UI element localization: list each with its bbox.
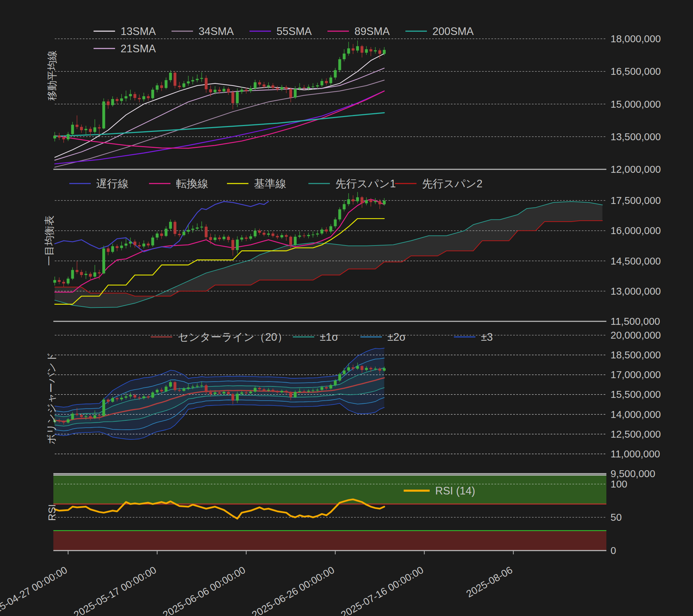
x-axis-label: 2025-07-16 00:00:00 [339,564,425,616]
legend-label: 89SMA [354,25,390,37]
rsi-overbought-zone [53,475,606,504]
candle-up [365,368,368,370]
candle-up [200,227,203,227]
legend-item: 55SMA [249,25,312,37]
candle-up [236,394,239,401]
candle-down [285,391,288,392]
candle-down [303,235,306,236]
candle-down [231,92,234,103]
legend-label: ±1σ [320,331,338,343]
candle-down [116,398,119,399]
legend-item: センターライン（20） [151,331,288,343]
candle-up [249,236,252,239]
legend-label: 200SMA [432,25,474,37]
candle-down [325,387,328,389]
y-axis-label: 16,000,000 [611,225,661,236]
candle-down [107,248,109,252]
candle-down [258,231,261,233]
candle-down [62,137,65,139]
candle-down [138,398,141,398]
candle-down [245,90,247,91]
candle-down [76,125,78,127]
candle-up [142,396,145,398]
panel-moving-averages: 13SMA34SMA55SMA89SMA200SMA21SMA [53,25,606,167]
candle-down [138,245,141,246]
candle-up [374,50,377,51]
legend-item: 21SMA [94,43,156,55]
candle-up [125,96,128,98]
candle-up [280,391,283,392]
candle-down [369,368,372,369]
legend-item: 34SMA [172,25,234,37]
legend-item: 89SMA [327,25,390,37]
candle-up [102,400,105,416]
candle-down [58,280,61,282]
legend-label: 55SMA [277,25,312,37]
legend-label: ±3 [481,331,493,343]
candle-up [151,392,154,398]
y-axis-label: 17,500,000 [611,195,661,206]
candle-up [214,238,217,240]
candle-up [240,392,243,394]
candle-up [169,382,172,387]
candle-up [191,80,194,81]
candle-up [236,92,239,103]
candle-down [361,366,363,370]
legend-label: 先行スパン1 [335,178,396,190]
x-axis-label: 2025-05-17 00:00:00 [72,564,158,616]
candle-up [312,234,314,235]
candle-down [378,50,381,54]
candle-up [240,238,243,240]
candle-up [294,392,297,397]
legend-label: 転換線 [176,178,208,190]
candle-up [294,237,297,245]
candle-down [352,367,354,369]
candle-down [80,415,83,417]
candle-up [196,79,199,80]
y-axis-label: 50 [611,512,622,523]
candle-down [205,78,208,89]
candle-down [160,390,163,392]
candle-down [178,390,181,391]
candle-up [267,390,270,391]
y-axis-label: 12,000,000 [611,164,661,175]
candle-down [369,49,372,51]
panel-bollinger: センターライン（20）±1σ±2σ±3 [53,331,606,454]
candle-down [98,415,100,416]
y-axis-label: 100 [611,479,627,490]
candle-down [174,382,176,390]
y-axis-label: 20,000,000 [611,330,661,341]
candle-down [116,99,119,101]
candle-up [142,96,145,99]
candle-down [133,94,136,98]
y-axis-label: 11,500,000 [611,316,660,327]
candle-down [245,238,247,239]
candle-down [178,86,181,87]
candle-up [125,396,128,398]
y-axis-title: 移動平均線 [46,51,58,101]
candle-down [352,199,354,202]
candle-down [303,391,306,392]
candle-up [249,88,252,91]
y-axis-label: 11,000,000 [611,448,660,459]
candle-up [214,392,217,394]
legend-label: ±2σ [387,331,406,343]
candle-down [263,389,265,391]
candle-up [169,73,172,80]
y-axis-label: 18,500,000 [611,349,661,360]
candle-up [347,48,350,54]
candle-up [347,367,350,371]
candle-up [338,209,341,220]
candle-down [289,392,292,397]
legend-item: 200SMA [405,25,474,37]
candle-up [338,59,341,70]
candle-up [183,389,185,391]
candle-down [276,236,279,237]
candle-down [378,368,381,371]
candle-down [289,89,292,98]
candle-down [231,394,234,401]
candle-up [334,381,336,385]
legend-label: センターライン（20） [178,331,288,343]
candle-up [156,390,158,393]
candle-up [67,419,69,422]
